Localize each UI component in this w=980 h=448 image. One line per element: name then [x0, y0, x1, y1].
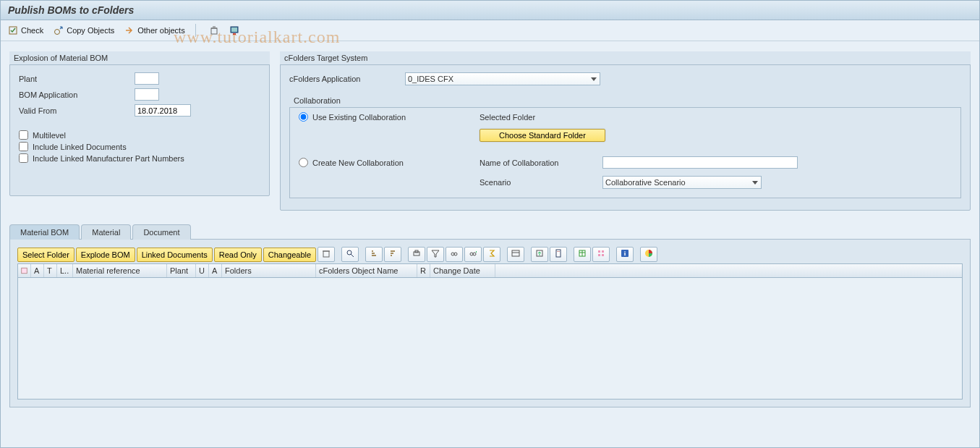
svg-rect-28 [598, 254, 600, 256]
col-change-date[interactable]: Change Date [430, 264, 495, 277]
read-only-button[interactable]: Read Only [214, 248, 262, 262]
binoculars-next-icon [469, 249, 477, 260]
svg-rect-18 [512, 250, 519, 256]
use-existing-label: Use Existing Collaboration [312, 113, 406, 122]
svg-rect-7 [233, 33, 236, 35]
word-export-button[interactable] [550, 247, 567, 262]
svg-rect-26 [598, 250, 600, 253]
create-new-label: Create New Collaboration [312, 159, 404, 167]
filter-button[interactable] [427, 247, 444, 262]
export-button[interactable] [531, 247, 548, 262]
other-objects-label: Other objects [137, 26, 184, 35]
svg-line-11 [351, 254, 354, 257]
linked-documents-button[interactable]: Linked Documents [137, 248, 213, 262]
spreadsheet-icon [578, 249, 587, 260]
changeable-button[interactable]: Changeable [263, 248, 316, 262]
sort-desc-button[interactable] [384, 247, 401, 262]
col-plant[interactable]: Plant [167, 264, 196, 277]
bom-app-label: BOM Application [19, 90, 135, 99]
collab-name-input[interactable] [602, 156, 798, 169]
col-u[interactable]: U [196, 264, 209, 277]
col-t[interactable]: T [44, 264, 57, 277]
tab-material[interactable]: Material [81, 224, 131, 240]
include-mpn-checkbox[interactable] [19, 153, 28, 163]
scenario-value: Collaborative Scenario [605, 178, 686, 187]
use-existing-radio[interactable] [299, 112, 308, 122]
svg-point-15 [454, 253, 457, 255]
copy-objects-button[interactable]: Copy Objects [54, 25, 114, 35]
page-title: Publish BOMs to cFolders [8, 4, 972, 16]
check-button[interactable]: Check [8, 25, 43, 35]
find-next-button[interactable] [464, 247, 482, 262]
svg-rect-33 [22, 268, 27, 274]
svg-rect-29 [602, 254, 604, 256]
multilevel-checkbox[interactable] [19, 130, 28, 140]
tab-document[interactable]: Document [132, 224, 190, 240]
col-material-reference[interactable]: Material reference [73, 264, 167, 277]
delete-icon-button[interactable] [209, 25, 219, 35]
arrow-right-icon [124, 25, 135, 35]
graphic-button[interactable] [640, 247, 657, 262]
check-label: Check [21, 26, 43, 35]
selected-folder-label: Selected Folder [480, 113, 602, 122]
scenario-select[interactable]: Collaborative Scenario [602, 176, 762, 189]
include-docs-checkbox[interactable] [19, 142, 28, 151]
export-icon [535, 249, 544, 260]
sum-button[interactable] [483, 247, 500, 262]
select-folder-button[interactable]: Select Folder [17, 248, 74, 262]
col-r[interactable]: R [417, 264, 430, 277]
funnel-icon [431, 249, 440, 260]
create-new-radio[interactable] [299, 158, 308, 167]
other-objects-button[interactable]: Other objects [124, 25, 184, 35]
col-folders[interactable]: Folders [222, 264, 316, 277]
alv-header: A T L.. Material reference Plant U A Fol… [17, 263, 963, 278]
svg-rect-8 [323, 251, 329, 257]
collaboration-groupbox: Collaboration Use Existing Collaboration… [289, 94, 961, 198]
svg-point-16 [470, 253, 473, 255]
print-button[interactable] [408, 247, 425, 262]
bom-app-input[interactable] [135, 88, 159, 101]
valid-from-label: Valid From [19, 106, 135, 115]
explosion-title: Explosion of Material BOM [9, 51, 270, 65]
target-title: cFolders Target System [280, 51, 971, 65]
tab-material-bom[interactable]: Material BOM [9, 224, 80, 240]
info-button[interactable]: i [616, 247, 634, 262]
magnifier-icon [346, 249, 354, 260]
delete-row-button[interactable] [318, 247, 335, 262]
svg-point-17 [473, 253, 476, 255]
col-a2[interactable]: A [209, 264, 222, 277]
details-button[interactable] [341, 247, 359, 262]
alv-grid-body[interactable] [17, 278, 963, 400]
choose-layout-button[interactable] [592, 247, 610, 262]
plant-label: Plant [19, 75, 135, 83]
valid-from-input[interactable] [135, 104, 191, 117]
sort-desc-icon [388, 249, 397, 260]
multilevel-label: Multilevel [33, 131, 66, 140]
cfolders-app-select[interactable]: 0_IDES CFX [405, 72, 600, 85]
alv-select-all[interactable] [18, 264, 31, 277]
copy-objects-label: Copy Objects [67, 26, 114, 35]
toolbar-separator [195, 24, 196, 37]
scenario-label: Scenario [480, 178, 602, 187]
svg-rect-2 [211, 28, 217, 34]
svg-point-1 [55, 30, 60, 35]
sort-asc-button[interactable] [365, 247, 383, 262]
find-button[interactable] [446, 247, 463, 262]
binoculars-icon [450, 249, 459, 260]
layout-button[interactable] [507, 247, 524, 262]
tab-strip: Material BOM Material Document [9, 224, 979, 239]
pie-chart-icon [644, 249, 653, 260]
col-object-name[interactable]: cFolders Object Name [316, 264, 417, 277]
choose-standard-folder-button[interactable]: Choose Standard Folder [480, 129, 605, 142]
svg-point-14 [451, 253, 454, 255]
excel-export-button[interactable] [574, 247, 591, 262]
plant-input[interactable] [135, 72, 159, 85]
explode-bom-button[interactable]: Explode BOM [76, 248, 135, 262]
layout-icon [511, 249, 520, 260]
system-icon-button[interactable] [229, 25, 239, 35]
document-icon [554, 249, 563, 260]
printer-icon [412, 249, 421, 260]
col-l[interactable]: L.. [57, 264, 73, 277]
upper-panels: Explosion of Material BOM Plant BOM Appl… [1, 41, 979, 211]
col-a1[interactable]: A [31, 264, 44, 277]
